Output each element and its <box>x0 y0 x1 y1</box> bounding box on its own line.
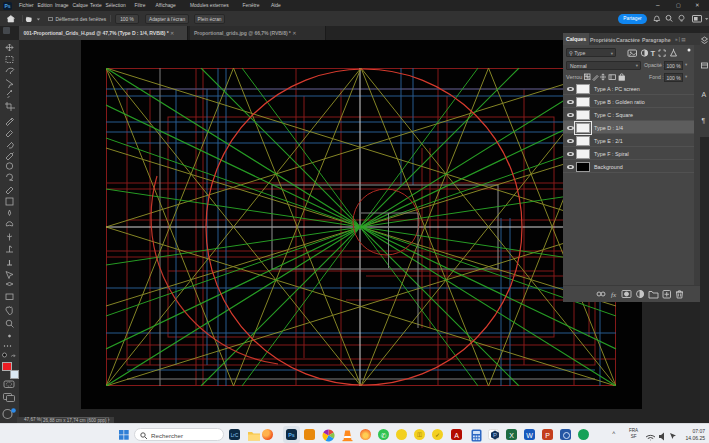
svg-text:A: A <box>702 91 707 98</box>
svg-text:P: P <box>493 432 497 438</box>
svg-text:T: T <box>651 49 656 58</box>
svg-text:fx: fx <box>611 291 617 299</box>
svg-text:¶: ¶ <box>702 117 706 124</box>
